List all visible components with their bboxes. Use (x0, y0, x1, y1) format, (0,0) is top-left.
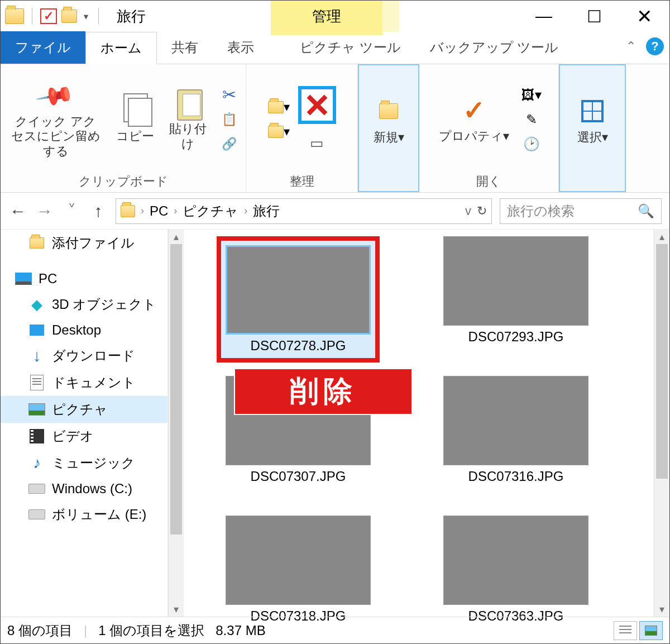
content-pane[interactable]: DSC07278.JPG DSC07293.JPG DSC07307.JPG D… (184, 230, 669, 617)
tree-label: PC (39, 271, 57, 287)
main-area: 添付ファイル PC ◆3D オブジェクト Desktop ↓ダウンロード ドキュ… (1, 230, 669, 617)
minimize-button[interactable]: — (519, 1, 569, 32)
address-bar[interactable]: › PC › ピクチャ › 旅行 v ↻ (116, 198, 492, 224)
group-organize-label: 整理 (290, 171, 314, 190)
view-thumbnails-button[interactable] (639, 621, 663, 640)
copy-button[interactable]: コピー (113, 92, 157, 146)
tree-videos[interactable]: ビデオ (1, 423, 168, 450)
navigation-tree[interactable]: 添付ファイル PC ◆3D オブジェクト Desktop ↓ダウンロード ドキュ… (1, 230, 168, 617)
open-icon[interactable]: 🖼▾ (520, 85, 543, 104)
properties-button[interactable]: ✓ プロパティ▾ (436, 92, 513, 146)
tree-label: ミュージック (52, 454, 135, 472)
thumbnail-image (226, 245, 371, 335)
scroll-down-icon[interactable]: ▾ (169, 603, 184, 616)
refresh-icon[interactable]: ↻ (477, 204, 487, 218)
tree-volume-e[interactable]: ボリューム (E:) (1, 501, 168, 528)
new-label: 新規▾ (374, 130, 404, 145)
scroll-up-icon[interactable]: ▴ (169, 231, 184, 243)
qat-separator (32, 8, 32, 25)
tree-scrollbar[interactable]: ▴ ▾ (168, 230, 184, 617)
copy-label: コピー (116, 129, 154, 144)
delete-button[interactable] (298, 86, 336, 124)
tree-documents[interactable]: ドキュメント (1, 369, 168, 396)
folder-icon (30, 237, 44, 249)
close-button[interactable]: ✕ (619, 1, 669, 32)
tree-music[interactable]: ♪ミュージック (1, 450, 168, 476)
delete-x-icon (305, 93, 329, 117)
new-folder-icon (379, 103, 398, 119)
copy-to-icon[interactable]: ▾ (268, 122, 290, 141)
new-folder-button[interactable]: 新規▾ (366, 93, 411, 147)
move-to-icon[interactable]: ▾ (268, 98, 290, 117)
crumb-pc[interactable]: PC (150, 203, 168, 219)
qat-dropdown-icon[interactable]: ▾ (82, 11, 90, 22)
qat-new-folder-icon[interactable] (61, 9, 77, 23)
view-details-button[interactable] (614, 621, 637, 640)
cut-icon[interactable]: ✂ (218, 85, 240, 104)
history-icon[interactable]: 🕑 (520, 135, 543, 154)
tree-windows-c[interactable]: Windows (C:) (1, 476, 168, 501)
copy-path-icon[interactable]: 📋 (218, 110, 240, 129)
tab-home[interactable]: ホーム (85, 32, 157, 64)
up-button[interactable]: ↑ (89, 202, 108, 221)
tree-pictures[interactable]: ピクチャ (1, 396, 168, 423)
tree-downloads[interactable]: ↓ダウンロード (1, 342, 168, 369)
maximize-button[interactable]: ☐ (569, 1, 619, 32)
contextual-tab-header-2 (382, 1, 399, 32)
content-scrollbar[interactable]: ▴ ▾ (654, 230, 669, 617)
title-bar: ✓ ▾ 旅行 管理 — ☐ ✕ (1, 1, 669, 32)
ribbon: 📌 クイック アクセスにピン留めする コピー 貼り付け ✂ 📋 🔗 クリップボ (1, 64, 669, 193)
tree-label: ダウンロード (52, 347, 135, 365)
file-item[interactable]: DSC07293.JPG (424, 236, 608, 365)
tab-view[interactable]: 表示 (213, 31, 269, 64)
drive-icon (28, 484, 45, 494)
tree-3d-objects[interactable]: ◆3D オブジェクト (1, 291, 168, 318)
select-button[interactable]: 選択▾ (570, 93, 615, 147)
recent-locations-button[interactable]: ˅ (62, 201, 81, 221)
tree-desktop[interactable]: Desktop (1, 318, 168, 342)
list-view-icon (619, 626, 631, 636)
paste-button[interactable]: 貼り付け (165, 85, 210, 154)
crumb-current[interactable]: 旅行 (253, 202, 280, 220)
back-button[interactable]: ← (8, 202, 27, 221)
tree-pc[interactable]: PC (1, 266, 168, 291)
navigation-bar: ← → ˅ ↑ › PC › ピクチャ › 旅行 v ↻ 旅行の検索 🔍 (1, 193, 669, 230)
pin-label: クイック アクセスにピン留めする (9, 115, 102, 159)
collapse-ribbon-icon[interactable]: ⌃ (626, 39, 636, 54)
scrollbar-thumb[interactable] (656, 244, 668, 479)
pin-icon: 📌 (35, 75, 76, 116)
download-icon: ↓ (33, 346, 41, 365)
search-box[interactable]: 旅行の検索 🔍 (500, 198, 662, 224)
breadcrumb-sep-icon: › (174, 205, 177, 217)
tree-label: ビデオ (52, 427, 94, 445)
thumbnail-view-icon (645, 626, 657, 636)
scroll-down-icon[interactable]: ▾ (654, 603, 669, 616)
file-name: DSC07307.JPG (251, 469, 346, 484)
paste-shortcut-icon[interactable]: 🔗 (218, 135, 240, 154)
status-bar: 8 個の項目 | 1 個の項目を選択 8.37 MB (1, 617, 669, 643)
forward-button[interactable]: → (35, 202, 54, 221)
edit-icon[interactable]: ✎ (520, 110, 543, 129)
thumbnail-image (443, 376, 588, 465)
contextual-tab-accent (271, 32, 382, 35)
pin-to-quick-access-button[interactable]: 📌 クイック アクセスにピン留めする (6, 78, 105, 161)
tree-attachments[interactable]: 添付ファイル (1, 230, 168, 256)
tab-picture-tools[interactable]: ピクチャ ツール (285, 31, 415, 64)
tab-backup-tools[interactable]: バックアップ ツール (415, 31, 573, 64)
drive-icon (28, 509, 45, 519)
music-icon: ♪ (33, 454, 41, 472)
select-label: 選択▾ (577, 130, 608, 145)
file-item[interactable]: DSC07316.JPG (424, 376, 608, 504)
help-icon[interactable]: ? (646, 37, 664, 55)
scroll-up-icon[interactable]: ▴ (654, 231, 669, 243)
address-dropdown-icon[interactable]: v (465, 204, 471, 218)
tab-file[interactable]: ファイル (1, 31, 85, 64)
tab-share[interactable]: 共有 (157, 31, 213, 64)
scrollbar-thumb[interactable] (170, 244, 182, 535)
rename-icon[interactable]: ▭ (306, 134, 328, 153)
qat-properties-icon[interactable]: ✓ (40, 8, 57, 24)
crumb-pictures[interactable]: ピクチャ (183, 202, 238, 220)
annotation-delete-label: 削除 (234, 368, 413, 415)
file-item-selected[interactable]: DSC07278.JPG (206, 236, 390, 365)
copy-icon (120, 93, 150, 127)
